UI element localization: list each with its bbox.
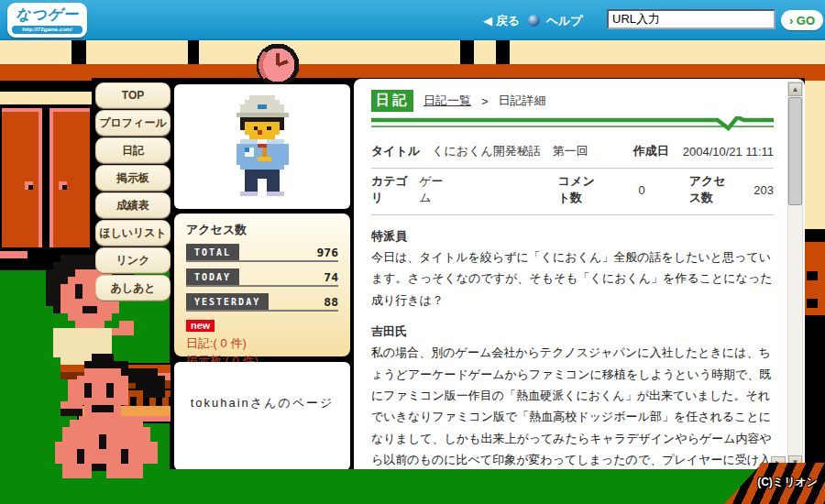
new-diary-count[interactable]: 日記:( 0 件) <box>186 334 338 352</box>
site-logo-title: なつゲー <box>7 5 87 25</box>
access-stats-title: アクセス数 <box>186 222 338 238</box>
stat-value: 976 <box>317 246 338 260</box>
green-separator <box>371 116 774 131</box>
section-text: 私の場合、別のゲーム会社からテクノスジャパンに入社したときには、ちょうどアーケー… <box>371 342 774 484</box>
back-button[interactable]: ◀ 戻る <box>483 13 520 29</box>
bg-doors <box>0 104 92 251</box>
breadcrumb: 日記 日記一覧 > 日記詳細 <box>371 90 774 112</box>
bg-right-cream <box>805 81 825 229</box>
title-label: タイトル <box>371 143 420 159</box>
vertical-scrollbar[interactable]: ▲ ▼ <box>787 82 803 470</box>
section-speaker: 特派員 <box>371 228 774 245</box>
section-text: 今日は、タイトルを絞らずに「くにおくん」全般の話をしたいと思っています。さっそく… <box>371 247 774 311</box>
url-input[interactable] <box>607 9 776 29</box>
door-left <box>2 108 42 247</box>
sidebar-item-diary[interactable]: 日記 <box>95 137 170 163</box>
breadcrumb-separator: > <box>481 94 489 108</box>
help-button[interactable]: ヘルプ <box>528 13 583 29</box>
category-row: カテゴリ ゲーム コメント数 0 アクセス数 203 <box>371 169 774 215</box>
bg-post <box>188 40 199 64</box>
access-count-value: 203 <box>754 183 774 197</box>
help-globe-icon <box>528 15 540 27</box>
bg-left-cream <box>0 92 96 104</box>
sidebar-item-top[interactable]: TOP <box>95 82 170 108</box>
go-button[interactable]: › GO <box>781 10 823 30</box>
bg-left-black <box>0 81 96 92</box>
created-value: 2004/10/21 11:11 <box>683 145 774 159</box>
sidebar-item-footprints[interactable]: あしあと <box>95 275 170 301</box>
pixel-reporter-avatar <box>227 95 297 196</box>
bg-right-mark <box>807 271 818 280</box>
pixel-fighter-sprite <box>48 354 172 488</box>
bg-right-mark <box>807 299 818 308</box>
pixel-clock-sprite <box>240 41 315 85</box>
stat-row-total: TOTAL 976 <box>186 244 338 262</box>
bg-post <box>460 40 474 64</box>
created-label: 作成日 <box>633 143 669 159</box>
vertical-scrollbar-thumb[interactable] <box>788 97 802 205</box>
sidebar-item-board[interactable]: 掲示板 <box>95 165 170 191</box>
scroll-up-button[interactable]: ▲ <box>788 82 802 96</box>
stat-value: 88 <box>324 295 338 310</box>
diary-body: 特派員 今日は、タイトルを絞らずに「くにおくん」全般の話をしたいと思っています。… <box>371 228 774 484</box>
stat-label: TODAY <box>186 268 239 285</box>
bg-pink-trim <box>0 251 28 258</box>
footer-bar: (C)ミリオン <box>170 469 825 504</box>
site-logo-url: http://72game.com/ <box>12 26 82 34</box>
access-stats-panel: アクセス数 TOTAL 976 TODAY 74 YESTERDAY 88 ne… <box>174 214 350 356</box>
category-label: カテゴリ <box>371 173 410 206</box>
sidebar-item-wishlist[interactable]: ほしいリスト <box>95 220 170 246</box>
back-label: 戻る <box>496 14 520 27</box>
breadcrumb-current: 日記詳細 <box>499 93 546 109</box>
breadcrumb-diary-list-link[interactable]: 日記一覧 <box>424 93 471 109</box>
sidebar-item-links[interactable]: リンク <box>95 247 170 273</box>
diary-title: くにおくん開発秘話 第一回 <box>432 143 588 159</box>
comment-count-label: コメント数 <box>558 173 607 206</box>
sidebar-menu: TOP プロフィール 日記 掲示板 成績表 ほしいリスト リンク あしあと <box>95 82 170 302</box>
category-value: ゲーム <box>419 173 447 206</box>
title-row: タイトル くにおくん開発秘話 第一回 作成日 2004/10/21 11:11 <box>371 138 774 169</box>
diary-detail-panel: 日記 日記一覧 > 日記詳細 タイトル くにおくん開発秘話 第一回 作成日 20… <box>354 79 805 484</box>
section-speaker: 吉田氏 <box>371 323 774 340</box>
stat-label: TOTAL <box>186 244 239 260</box>
comment-count-value: 0 <box>638 183 644 197</box>
avatar-panel <box>174 84 350 209</box>
owner-line: tokuhainさんのページ <box>191 396 335 410</box>
stat-label: YESTERDAY <box>186 293 269 310</box>
bg-post <box>496 40 510 64</box>
page: なつゲー http://72game.com/ ◀ 戻る ヘルプ › GO TO… <box>0 0 825 504</box>
bg-wall-band <box>0 40 825 64</box>
copyright-text: (C)ミリオン <box>757 475 818 490</box>
owner-panel: tokuhainさんのページ <box>174 362 350 470</box>
door-handle <box>59 181 67 190</box>
sidebar-item-profile[interactable]: プロフィール <box>95 110 170 136</box>
diary-badge: 日記 <box>371 90 413 112</box>
help-label: ヘルプ <box>546 14 583 27</box>
stat-row-yesterday: YESTERDAY 88 <box>186 293 338 312</box>
site-logo[interactable]: なつゲー http://72game.com/ <box>7 3 87 38</box>
go-label: GO <box>797 14 815 27</box>
stat-row-today: TODAY 74 <box>186 268 338 287</box>
back-arrow-icon: ◀ <box>483 14 492 27</box>
stat-value: 74 <box>324 270 338 285</box>
sidebar-item-scores[interactable]: 成績表 <box>95 192 170 218</box>
bg-post <box>72 40 86 64</box>
door-handle <box>25 181 33 190</box>
new-badge: new <box>186 320 214 332</box>
door-right <box>50 108 90 247</box>
go-arrow-icon: › <box>789 14 793 27</box>
access-count-label: アクセス数 <box>689 173 738 206</box>
